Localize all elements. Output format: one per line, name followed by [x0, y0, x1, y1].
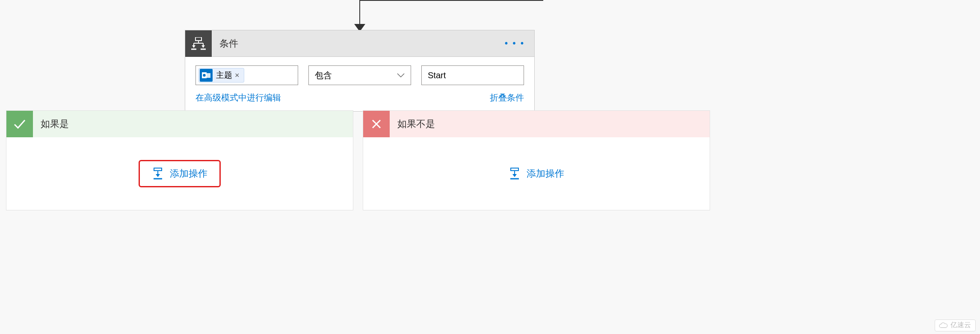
condition-footer-links: 在高级模式中进行编辑 折叠条件: [195, 92, 524, 103]
svg-marker-14: [156, 174, 160, 177]
connector-horizontal: [359, 0, 543, 1]
svg-rect-18: [511, 168, 518, 171]
watermark: 亿速云: [935, 319, 976, 331]
collapse-condition-link[interactable]: 折叠条件: [490, 92, 524, 103]
outlook-icon: [200, 69, 213, 82]
branch-no-body: 添加操作: [363, 137, 710, 210]
svg-marker-5: [192, 45, 195, 48]
svg-rect-12: [154, 168, 162, 171]
branch-no-header[interactable]: 如果不是: [363, 111, 710, 137]
condition-value-input[interactable]: [428, 71, 518, 80]
condition-header[interactable]: 条件 • • •: [185, 30, 534, 57]
condition-card: 条件 • • • 主题 × 包含: [185, 30, 535, 112]
svg-rect-0: [195, 37, 201, 41]
svg-rect-10: [207, 73, 210, 78]
condition-row: 主题 × 包含: [195, 65, 524, 85]
branches-container: 如果是 添加操作: [6, 110, 980, 210]
add-action-label: 添加操作: [170, 167, 207, 180]
condition-left-operand[interactable]: 主题 ×: [195, 65, 298, 85]
operator-label: 包含: [315, 70, 332, 81]
branch-yes-body: 添加操作: [6, 137, 353, 210]
condition-icon: [185, 30, 212, 57]
cross-icon: [363, 111, 390, 137]
check-icon: [6, 111, 33, 137]
svg-marker-20: [512, 174, 517, 177]
condition-value-field[interactable]: [421, 65, 524, 85]
more-menu-button[interactable]: • • •: [495, 38, 534, 48]
branch-yes-label: 如果是: [33, 118, 69, 130]
condition-title: 条件: [212, 37, 495, 50]
add-action-icon: [152, 168, 164, 180]
dynamic-content-token[interactable]: 主题 ×: [198, 68, 244, 83]
svg-point-11: [203, 74, 205, 77]
branch-yes-header[interactable]: 如果是: [6, 111, 353, 137]
token-label: 主题: [216, 70, 232, 81]
add-action-icon: [509, 168, 521, 180]
branch-no-label: 如果不是: [390, 118, 435, 130]
branch-no: 如果不是 添加操作: [363, 110, 710, 210]
chevron-down-icon: [397, 73, 405, 78]
token-remove-icon[interactable]: ×: [235, 71, 240, 80]
condition-body: 主题 × 包含 在高级模式中进行编辑 折叠条件: [185, 57, 534, 111]
cloud-icon: [939, 322, 948, 328]
svg-marker-6: [201, 45, 205, 48]
watermark-text: 亿速云: [950, 321, 971, 330]
branch-yes: 如果是 添加操作: [6, 110, 353, 210]
add-action-label: 添加操作: [527, 167, 564, 180]
condition-operator-select[interactable]: 包含: [308, 65, 411, 85]
add-action-no-button[interactable]: 添加操作: [499, 163, 574, 184]
edit-advanced-link[interactable]: 在高级模式中进行编辑: [195, 92, 281, 103]
add-action-yes-button[interactable]: 添加操作: [139, 160, 221, 187]
